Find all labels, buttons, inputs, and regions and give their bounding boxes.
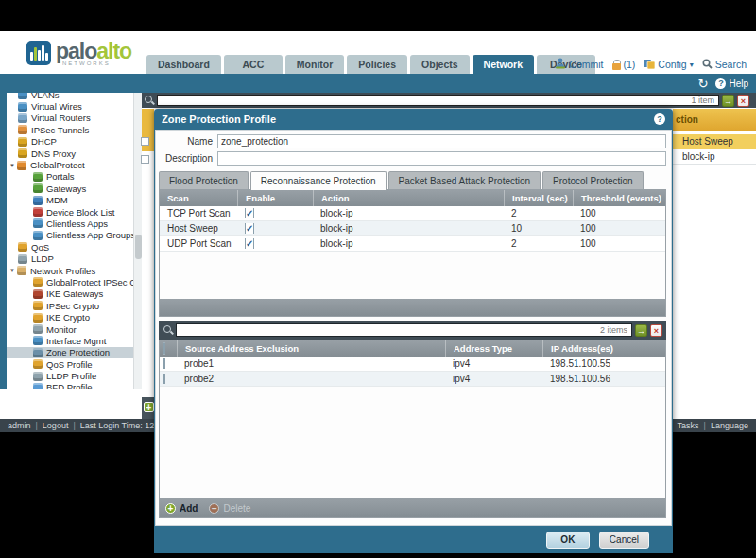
status-logout[interactable]: Logout [43, 421, 69, 430]
tree-expand-icon[interactable]: ▼ [9, 268, 17, 273]
interval-cell[interactable]: 2 [504, 208, 573, 218]
status-tasks[interactable]: Tasks [678, 421, 699, 430]
help-link[interactable]: ? Help [715, 78, 748, 89]
tab-monitor[interactable]: Monitor [285, 55, 345, 74]
sidebar-item-network-profiles[interactable]: ▼Network Profiles [7, 265, 133, 276]
config-menu[interactable]: Config▾ [644, 59, 693, 71]
exclusion-filter-input[interactable]: 2 items [176, 323, 632, 337]
sidebar-item-ipsec-tunnels[interactable]: IPSec Tunnels [7, 124, 133, 135]
sidebar-item-monitor[interactable]: Monitor [7, 323, 133, 335]
dialog-title-bar: Zone Protection Profile ? [154, 109, 673, 130]
add-button[interactable]: + Add [165, 503, 198, 514]
dhcp-icon [18, 137, 27, 147]
sidebar-item-interface-mgmt[interactable]: Interface Mgmt [7, 335, 133, 346]
mdm-icon [33, 196, 43, 205]
enable-checkbox[interactable]: ✓ [245, 208, 254, 218]
action-cell[interactable]: block-ip [313, 238, 504, 249]
sidebar-item-zone-protection[interactable]: Zone Protection [7, 347, 133, 358]
dialog-tab-flood-protection[interactable]: Flood Protection [159, 171, 249, 189]
sidebar-item-dhcp[interactable]: DHCP [7, 136, 133, 148]
enable-checkbox[interactable]: ✓ [245, 238, 254, 249]
commit-link[interactable]: Commit [555, 58, 603, 71]
sidebar-item-clientless-app-groups[interactable]: Clientless App Groups [7, 230, 133, 241]
sidebar-item-globalprotect[interactable]: ▼GlobalProtect [7, 159, 133, 170]
threshold-cell[interactable]: 100 [573, 208, 665, 218]
action-cell[interactable]: block-ip [313, 223, 504, 234]
dialog-tab-reconnaissance-protection[interactable]: Reconnaissance Protection [250, 171, 387, 190]
sidebar-item-label: Portals [46, 171, 75, 182]
column-header-action[interactable]: Action [313, 190, 504, 206]
sidebar-item-qos[interactable]: QoS [7, 241, 133, 253]
interval-cell[interactable]: 2 [504, 238, 573, 249]
apply-filter-button[interactable]: → [722, 95, 734, 107]
select-all-checkbox[interactable] [163, 342, 165, 355]
column-header-ip-address-es[interactable]: IP Address(es) [542, 340, 665, 357]
column-header-enable[interactable]: Enable [237, 190, 313, 206]
page-filter-input[interactable]: 1 item [157, 95, 719, 106]
interval-cell[interactable]: 10 [504, 223, 573, 234]
sidebar-item-qos-profile[interactable]: QoS Profile [7, 358, 133, 370]
description-field[interactable] [217, 151, 666, 166]
teal-toolbar: ↻ ? Help [0, 74, 756, 93]
page-item-count: 1 item [691, 96, 714, 105]
apply-filter-button[interactable]: → [635, 324, 647, 337]
background-row-checkbox[interactable] [141, 155, 149, 164]
sidebar-item-virtual-routers[interactable]: Virtual Routers [7, 113, 133, 124]
sidebar-scrollbar-thumb[interactable] [135, 235, 142, 259]
enable-checkbox[interactable]: ✓ [245, 223, 254, 234]
tab-acc[interactable]: ACC [224, 55, 283, 74]
background-add-button[interactable]: + [144, 402, 154, 412]
name-field[interactable] [217, 134, 666, 148]
column-header-source-address-exclusion[interactable]: Source Address Exclusion [177, 340, 445, 357]
sidebar-item-clientless-apps[interactable]: Clientless Apps [7, 218, 133, 229]
threshold-cell[interactable]: 100 [573, 238, 665, 249]
exclusion-name-cell[interactable]: probe1 [177, 358, 445, 369]
delete-button[interactable]: − Delete [209, 503, 250, 514]
search-link[interactable]: Search [702, 59, 747, 71]
column-header-interval-sec[interactable]: Interval (sec) [504, 190, 573, 206]
exclusion-row-probe1: probe1ipv4198.51.100.55 [160, 357, 665, 372]
threshold-cell[interactable]: 100 [573, 223, 665, 234]
status-admin[interactable]: admin [8, 421, 31, 430]
sidebar-item-label: LLDP Profile [46, 371, 96, 381]
chevron-down-icon: ▾ [690, 61, 694, 69]
sidebar-item-gateways[interactable]: Gateways [7, 183, 133, 194]
tab-network[interactable]: Network [472, 55, 534, 74]
tab-objects[interactable]: Objects [410, 55, 470, 74]
clear-filter-button[interactable]: × [650, 324, 662, 337]
refresh-icon[interactable]: ↻ [698, 78, 709, 90]
tab-dashboard[interactable]: Dashboard [146, 55, 221, 74]
sidebar-item-globalprotect-ipsec-crypto[interactable]: GlobalProtect IPSec Crypto [7, 276, 133, 288]
ok-button[interactable]: OK [546, 532, 590, 549]
row-checkbox[interactable] [163, 358, 165, 369]
dialog-help-icon[interactable]: ? [654, 113, 665, 125]
clear-filter-button[interactable]: × [737, 95, 749, 107]
sidebar-item-lldp-profile[interactable]: LLDP Profile [7, 370, 133, 381]
sidebar-item-ipsec-crypto[interactable]: IPSec Crypto [7, 300, 133, 311]
sidebar-item-dns-proxy[interactable]: DNS Proxy [7, 148, 133, 159]
background-row-checkbox[interactable] [141, 137, 149, 146]
sidebar-item-virtual-wires[interactable]: Virtual Wires [7, 100, 133, 112]
dialog-tab-packet-based-attack-protection[interactable]: Packet Based Attack Protection [388, 171, 541, 189]
column-header-address-type[interactable]: Address Type [445, 340, 542, 357]
column-header-scan[interactable]: Scan [160, 190, 237, 206]
exclusion-name-cell[interactable]: probe2 [177, 374, 445, 384]
sidebar-item-portals[interactable]: Portals [7, 171, 133, 183]
sidebar-item-mdm[interactable]: MDM [7, 195, 133, 206]
sidebar-item-ike-crypto[interactable]: IKE Crypto [7, 311, 133, 323]
lock-indicator[interactable]: (1) [612, 59, 636, 70]
cancel-button[interactable]: Cancel [599, 532, 649, 549]
row-checkbox[interactable] [163, 374, 165, 384]
status-language[interactable]: Language [711, 421, 748, 430]
sidebar-item-ike-gateways[interactable]: IKE Gateways [7, 288, 133, 300]
network-sidebar: VLANsVirtual WiresVirtual RoutersIPSec T… [0, 93, 142, 389]
action-cell[interactable]: block-ip [313, 208, 504, 218]
tree-expand-icon[interactable]: ▼ [9, 163, 17, 168]
sidebar-item-bfd-profile[interactable]: BFD Profile [7, 382, 133, 389]
dialog-tab-protocol-protection[interactable]: Protocol Protection [542, 171, 644, 189]
sidebar-item-device-block-list[interactable]: Device Block List [7, 206, 133, 218]
sidebar-item-lldp[interactable]: LLDP [7, 253, 133, 264]
column-header-threshold-events[interactable]: Threshold (events) [573, 190, 665, 206]
sidebar-item-vlans[interactable]: VLANs [7, 93, 133, 100]
tab-policies[interactable]: Policies [347, 55, 407, 74]
